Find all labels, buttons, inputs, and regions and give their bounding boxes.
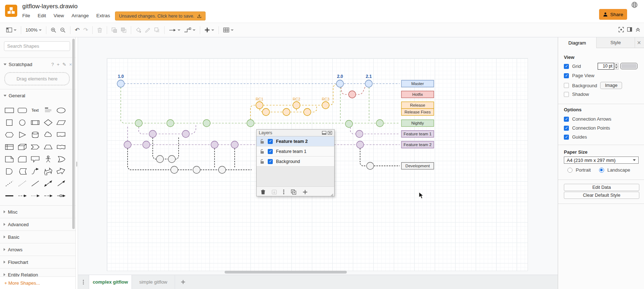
fill-color-button[interactable] (134, 26, 143, 34)
menu-file[interactable]: File (22, 13, 30, 18)
move-selection-icon[interactable] (272, 190, 277, 195)
background-checkbox[interactable] (564, 83, 569, 88)
shape-process[interactable] (29, 116, 41, 129)
shape-callout[interactable] (29, 153, 41, 165)
zoom-in-button[interactable] (49, 26, 58, 34)
commit-node-red[interactable] (349, 91, 356, 98)
commit-node-blue[interactable] (117, 80, 124, 87)
shape-tape[interactable] (55, 141, 67, 153)
commit-node-orange[interactable] (322, 102, 329, 109)
sidebar-section-flowchart[interactable]: Flowchart (0, 256, 75, 268)
layer-menu-dots-icon[interactable] (283, 189, 285, 195)
grid-checkbox[interactable] (564, 64, 569, 69)
commit-node-purple[interactable] (149, 130, 156, 137)
zoom-out-button[interactable] (58, 26, 68, 34)
redo-button[interactable]: ↷ (82, 26, 90, 34)
sidebar-section-arrows[interactable]: Arrows (0, 243, 75, 256)
shape-cylinder[interactable] (29, 129, 41, 141)
shape-internal-storage[interactable] (3, 141, 15, 153)
shadow-checkbox[interactable] (564, 92, 569, 97)
shape-dash-edge[interactable] (42, 190, 54, 202)
commit-node-purple[interactable] (211, 141, 218, 148)
format-panel-toggle-button[interactable] (627, 27, 632, 33)
commit-node-purple[interactable] (356, 130, 363, 137)
section-general[interactable]: General (0, 90, 75, 101)
menu-extras[interactable]: Extras (96, 13, 110, 18)
shape-dashed-line[interactable] (3, 177, 15, 190)
layers-dialog[interactable]: Layers Feature team 2Feature team 1Backg… (256, 129, 335, 196)
shape-curve[interactable] (29, 165, 41, 177)
scratchpad-drop-area[interactable]: Drag elements here (4, 72, 70, 85)
shape-note[interactable] (3, 153, 15, 165)
guides-checkbox[interactable] (564, 135, 569, 140)
background-image-button[interactable]: Image (600, 82, 622, 89)
add-page-button[interactable] (175, 275, 191, 289)
shape-connector[interactable] (55, 190, 67, 202)
sidebar-resize-divider[interactable] (75, 37, 78, 289)
insert-button[interactable] (203, 26, 216, 34)
branch-edge-dark[interactable] (128, 148, 252, 170)
share-button[interactable]: Share (599, 9, 627, 20)
shape-text[interactable]: Text (29, 104, 41, 116)
shape-hexagon[interactable] (3, 129, 15, 141)
shape-dotted-edge[interactable] (29, 190, 41, 202)
commit-node-orange[interactable] (262, 108, 270, 116)
landscape-radio[interactable] (599, 168, 604, 173)
layer-row-background[interactable]: Background (257, 157, 334, 167)
shape-diamond[interactable] (42, 116, 54, 129)
dialog-resize-handle[interactable] (330, 193, 334, 196)
commit-node-orange[interactable] (304, 108, 311, 116)
commit-node-green[interactable] (247, 120, 254, 127)
close-icon[interactable] (328, 131, 332, 135)
shape-actor[interactable] (42, 153, 54, 165)
shape-or[interactable] (55, 153, 67, 165)
commit-node-purple[interactable] (231, 141, 238, 148)
shape-circle[interactable] (16, 116, 28, 129)
scratchpad-edit-icon[interactable]: ✎ (63, 62, 66, 67)
scratchpad-close-icon[interactable]: × (69, 62, 72, 67)
portrait-radio[interactable] (567, 168, 572, 173)
commit-node-orange[interactable] (283, 108, 290, 116)
paper-size-select[interactable]: A4 (210 mm x 297 mm) (564, 157, 639, 164)
commit-node-blue[interactable] (336, 80, 344, 87)
sidebar-section-misc[interactable]: Misc (0, 205, 75, 218)
page-view-checkbox[interactable] (564, 73, 569, 78)
layer-visibility-checkbox[interactable] (268, 149, 273, 154)
shape-parallelogram[interactable] (55, 116, 67, 129)
layer-row-feature-team-2[interactable]: Feature team 2 (257, 136, 334, 146)
shape-ellipse[interactable] (55, 104, 67, 116)
commit-node-purple[interactable] (143, 141, 150, 148)
layer-visibility-checkbox[interactable] (268, 159, 273, 164)
shape-trapezoid[interactable] (42, 141, 54, 153)
layer-row-feature-team-1[interactable]: Feature team 1 (257, 146, 334, 157)
to-front-button[interactable] (110, 26, 119, 34)
shape-textbox[interactable] (42, 104, 54, 116)
line-color-button[interactable] (143, 26, 152, 34)
menu-edit[interactable]: Edit (38, 13, 46, 18)
commit-node-orange[interactable] (256, 102, 263, 109)
commit-node-green[interactable] (345, 120, 353, 127)
commit-node-gray[interactable] (193, 166, 200, 173)
shape-rounded-rectangle[interactable] (16, 104, 28, 116)
commit-node-gray[interactable] (168, 155, 175, 163)
language-globe-icon[interactable] (631, 1, 638, 10)
grid-color-button[interactable] (620, 63, 638, 69)
commit-node-green[interactable] (135, 120, 142, 127)
table-button[interactable] (221, 26, 235, 34)
drawing-canvas[interactable]: 1.02.02.1RC1RC2RC3MasterHotfixReleaseRel… (78, 37, 558, 289)
commit-node-purple[interactable] (182, 130, 189, 137)
grid-size-input[interactable]: 10 pt (598, 63, 614, 70)
shape-directional-arrow[interactable] (55, 177, 67, 190)
search-input[interactable] (7, 43, 70, 49)
shadow-button[interactable] (152, 26, 162, 34)
pages-menu-button[interactable] (78, 275, 89, 289)
shape-two-way-arrow[interactable] (42, 165, 54, 177)
view-panels-button[interactable] (4, 26, 18, 34)
delete-layer-icon[interactable] (261, 189, 266, 195)
unlock-icon[interactable] (260, 149, 264, 154)
shape-arrow[interactable] (55, 165, 67, 177)
canvas-horizontal-scrollbar[interactable] (225, 271, 347, 274)
page-tab-complex-gitflow[interactable]: complex gitflow (89, 275, 132, 289)
commit-node-purple[interactable] (356, 141, 364, 148)
shape-cube[interactable] (16, 141, 28, 153)
